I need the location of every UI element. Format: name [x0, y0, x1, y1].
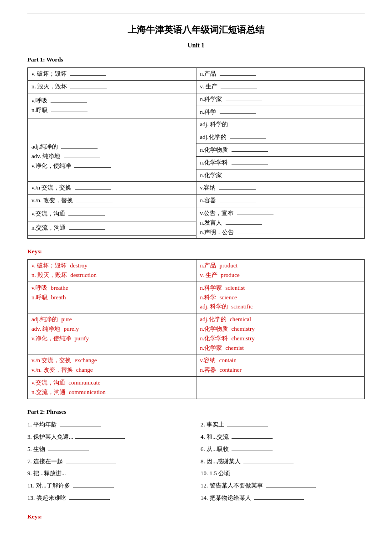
key-cn: v.交流，沟通 — [31, 379, 65, 386]
list-item: 4. 和...交流 — [201, 431, 365, 443]
key-answer: change — [76, 366, 93, 373]
table-cell: adj.纯净的 pure adv. 纯净地 purely v.净化，使纯净 pu… — [28, 313, 196, 354]
keys-bottom-label: Keys: — [27, 512, 365, 522]
fill-blank — [232, 451, 273, 451]
list-item: 7. 连接在一起 — [27, 456, 191, 467]
fill-blank — [64, 158, 100, 158]
key-cn: n.容器 — [200, 366, 217, 373]
fill-blank — [51, 112, 88, 112]
table-row: v.交流，沟通 v.公告，宣布 n.发言人 n.声明，公告 — [28, 207, 365, 221]
fill-blank — [70, 75, 106, 76]
fill-blank — [70, 88, 107, 88]
words-table: v. 破坏；毁坏 n.产品 n. 毁灭，毁坏 v. 生产 v.呼吸 n.呼吸 n… — [27, 67, 365, 239]
table-row: v./n 交流，交换 exchange v./n. 改变，替换 change v… — [28, 354, 365, 377]
key-answer: purely — [64, 325, 79, 332]
fill-blank — [69, 475, 110, 475]
key-cn: n.化学学科 — [200, 335, 228, 342]
table-cell: n.化学家 — [196, 169, 365, 182]
key-answer: scientific — [231, 303, 253, 310]
fill-blank — [230, 138, 266, 139]
key-cn: v.容纳 — [200, 357, 216, 364]
fill-blank — [73, 487, 114, 487]
fill-blank — [227, 426, 268, 426]
table-cell: v. 破坏；毁坏 destroy n. 毁灭，毁坏 destruction — [28, 260, 196, 282]
key-cn: v. 生产 — [200, 272, 217, 278]
keys-section: Keys: v. 破坏；毁坏 destroy n. 毁灭，毁坏 destruct… — [27, 247, 365, 399]
table-cell: v. 生产 — [196, 80, 365, 93]
list-item: 3. 保护某人免遭... — [27, 431, 191, 443]
fill-blank — [76, 202, 113, 202]
table-cell: v. 破坏；毁坏 — [28, 68, 196, 81]
table-cell: v./n. 改变，替换 — [28, 195, 196, 207]
table-row: n. 毁灭，毁坏 v. 生产 — [28, 80, 365, 93]
table-cell — [196, 376, 365, 399]
list-item: 6. 从...吸收 — [201, 444, 365, 455]
table-cell: v.呼吸 n.呼吸 — [28, 93, 196, 118]
part1-label: Part 1: Words — [27, 55, 365, 65]
key-answer: purify — [74, 335, 89, 342]
fill-blank — [75, 438, 125, 439]
key-answer: exchange — [75, 357, 97, 364]
table-cell — [28, 118, 196, 131]
list-item: 14. 把某物递给某人 — [201, 492, 365, 504]
key-answer: communicate — [68, 379, 100, 386]
key-cn: n.呼吸 — [31, 294, 48, 301]
table-row: v.呼吸 breathe n.呼吸 breath n.科学家 scientist… — [28, 282, 365, 313]
fill-blank — [51, 102, 87, 103]
list-item: 8. 因...感谢某人 — [201, 456, 365, 467]
key-cn: v.净化，使纯净 — [31, 335, 71, 342]
list-item: 12. 警告某人不要做某事 — [201, 480, 365, 492]
key-answer: chemistry — [232, 325, 255, 332]
table-row: v.呼吸 n.呼吸 n.科学家 — [28, 93, 365, 106]
fill-blank — [69, 229, 105, 230]
key-cn: v.呼吸 — [31, 284, 47, 291]
key-answer: scientist — [226, 284, 245, 291]
table-row: v. 破坏；毁坏 destroy n. 毁灭，毁坏 destruction n.… — [28, 260, 365, 282]
key-answer: pure — [61, 316, 72, 323]
fill-blank — [226, 177, 262, 177]
fill-blank — [232, 151, 268, 152]
fill-blank — [74, 167, 111, 168]
table-row: adj.纯净的 pure adv. 纯净地 purely v.净化，使纯净 pu… — [28, 313, 365, 354]
key-cn: v. 破坏；毁坏 — [31, 262, 67, 269]
list-item: 13. 尝起来难吃 — [27, 492, 191, 504]
table-cell: n.产品 — [196, 68, 365, 81]
table-cell: v./n 交流，交换 exchange v./n. 改变，替换 change — [28, 354, 196, 377]
key-answer: contain — [219, 357, 237, 364]
table-cell: v./n 交流，交换 — [28, 182, 196, 195]
table-row: v./n. 改变，替换 n.容器 — [28, 195, 365, 207]
key-cn: n.交流，沟通 — [31, 389, 66, 395]
table-cell: n.化学学科 — [196, 156, 365, 169]
fill-blank — [61, 148, 98, 149]
table-cell: adj.化学的 chemical n.化学物质 chemistry n.化学学科… — [196, 313, 365, 354]
key-answer: container — [220, 366, 242, 373]
fill-blank — [243, 463, 294, 463]
fill-blank — [237, 215, 273, 215]
table-cell: n.科学家 — [196, 93, 365, 106]
table-cell: n. 毁灭，毁坏 — [28, 80, 196, 93]
fill-blank — [68, 215, 105, 215]
table-row: adj. 科学的 — [28, 118, 365, 131]
key-cn: n.化学家 — [200, 344, 222, 351]
phrases-grid: 1. 平均年龄 2. 事实上 3. 保护某人免遭... 4. 和...交流 5.… — [27, 419, 365, 504]
top-divider — [27, 14, 365, 14]
table-cell: adj. 科学的 — [196, 118, 365, 131]
part2-label: Part 2: Phrases — [27, 407, 365, 417]
key-cn: v./n 交流，交换 — [31, 357, 71, 364]
key-cn: n.化学物质 — [200, 325, 228, 332]
table-cell: n.容器 — [196, 195, 365, 207]
fill-blank — [66, 463, 116, 463]
list-item: 2. 事实上 — [201, 419, 365, 431]
fill-blank — [226, 224, 262, 225]
fill-blank — [219, 189, 256, 190]
unit-title: Unit 1 — [27, 41, 365, 51]
table-cell: n.科学家 scientist n.科学 science adj. 科学的 sc… — [196, 282, 365, 313]
table-cell: adj.化学的 — [196, 131, 365, 144]
fill-blank — [75, 189, 111, 190]
fill-blank — [220, 75, 256, 76]
main-title: 上海牛津英语八年级词汇短语总结 — [27, 22, 365, 37]
fill-blank — [233, 475, 274, 475]
key-answer: chemical — [230, 316, 251, 323]
fill-blank — [254, 499, 304, 500]
table-cell: v.容纳 — [196, 182, 365, 195]
